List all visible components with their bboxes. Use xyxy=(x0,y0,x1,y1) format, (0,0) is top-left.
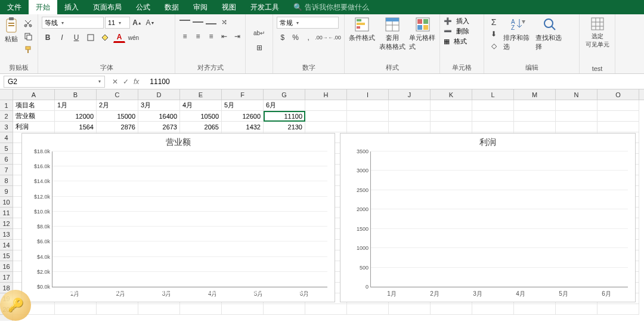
name-box[interactable]: G2 ▾ xyxy=(4,76,105,88)
row-header[interactable]: 14 xyxy=(0,240,13,250)
cell-styles-button[interactable]: 单元格样式 xyxy=(409,17,436,51)
format-as-table-button[interactable]: 套用 表格格式 xyxy=(379,17,405,51)
cell[interactable] xyxy=(472,122,514,132)
decrease-decimal-button[interactable]: ←.00 xyxy=(329,32,340,43)
chart-revenue[interactable]: 营业额 $0.0k$2.0k$4.0k$6.0k$8.0k$10.0k$12.0… xyxy=(21,133,335,302)
format-cells-button[interactable]: ▦ 格式 xyxy=(444,37,467,46)
autosum-button[interactable]: Σ xyxy=(488,17,500,27)
cell[interactable]: 3月 xyxy=(138,100,180,111)
font-family-select[interactable]: 等线▾ xyxy=(42,17,104,29)
fill-button[interactable]: ⬇ xyxy=(488,29,500,39)
row-header[interactable]: 4 xyxy=(0,132,13,143)
cell[interactable]: 15000 xyxy=(97,111,138,122)
align-top-button[interactable] xyxy=(179,17,191,27)
column-header[interactable]: D xyxy=(138,89,180,100)
column-header[interactable]: E xyxy=(180,89,222,100)
comma-button[interactable]: , xyxy=(302,32,314,43)
row-header[interactable]: 9 xyxy=(0,186,13,197)
italic-button[interactable]: I xyxy=(56,32,68,43)
cell[interactable] xyxy=(305,122,347,132)
currency-button[interactable]: $ xyxy=(277,32,289,43)
row-header[interactable]: 8 xyxy=(0,175,13,186)
cell[interactable]: 4月 xyxy=(180,100,222,111)
row-header[interactable]: 7 xyxy=(0,165,13,175)
cell[interactable] xyxy=(514,122,556,132)
cell[interactable]: 11100 xyxy=(264,111,305,122)
indent-inc-button[interactable]: ⇥ xyxy=(231,31,243,42)
align-bottom-button[interactable] xyxy=(205,17,217,27)
cell[interactable] xyxy=(305,100,347,111)
column-header[interactable]: G xyxy=(264,89,305,100)
find-select-button[interactable]: 查找和选择 xyxy=(535,17,564,51)
cell[interactable] xyxy=(597,100,639,111)
cell[interactable]: 1564 xyxy=(55,122,97,132)
number-format-select[interactable]: 常规▾ xyxy=(277,17,339,29)
indent-dec-button[interactable]: ⇤ xyxy=(218,31,230,42)
phonetic-button[interactable]: wén xyxy=(128,32,140,43)
cell[interactable] xyxy=(431,122,472,132)
menu-tab-7[interactable]: 视图 xyxy=(215,0,243,14)
cell[interactable] xyxy=(347,111,389,122)
chart-profit[interactable]: 利润 0500100015002000250030003500 1月2月3月4月… xyxy=(340,133,636,302)
cell[interactable]: 项目名 xyxy=(13,100,55,111)
cell[interactable]: 2876 xyxy=(97,122,138,132)
column-header[interactable]: H xyxy=(305,89,347,100)
column-header[interactable]: K xyxy=(431,89,472,100)
cell[interactable] xyxy=(55,304,97,315)
cell[interactable] xyxy=(347,122,389,132)
wrap-text-button[interactable]: ab↵ xyxy=(251,28,268,39)
cell[interactable] xyxy=(97,304,138,315)
cell[interactable]: 10500 xyxy=(180,111,222,122)
bold-button[interactable]: B xyxy=(42,32,54,43)
select-visible-button[interactable]: 选定 可见单元 xyxy=(583,17,611,49)
align-left-button[interactable]: ≡ xyxy=(179,31,191,42)
cell[interactable]: 利润 xyxy=(13,122,55,132)
align-center-button[interactable]: ≡ xyxy=(192,31,204,42)
cell[interactable] xyxy=(347,100,389,111)
menu-tab-8[interactable]: 开发工具 xyxy=(243,0,286,14)
menu-tab-1[interactable]: 开始 xyxy=(29,0,57,14)
merge-cells-button[interactable]: ⊞ xyxy=(251,42,268,53)
decrease-font-button[interactable]: A▼ xyxy=(144,17,156,28)
menu-tab-3[interactable]: 页面布局 xyxy=(86,0,129,14)
cell[interactable] xyxy=(389,100,431,111)
increase-decimal-button[interactable]: .00→ xyxy=(315,32,327,43)
cell[interactable]: 营业额 xyxy=(13,111,55,122)
row-header[interactable]: 5 xyxy=(0,143,13,154)
cell[interactable]: 1月 xyxy=(55,100,97,111)
cell[interactable] xyxy=(556,304,597,315)
cell[interactable] xyxy=(472,304,514,315)
cell[interactable]: 2130 xyxy=(264,122,305,132)
border-button[interactable] xyxy=(85,32,97,43)
row-header[interactable]: 16 xyxy=(0,261,13,272)
column-header[interactable]: I xyxy=(347,89,389,100)
orientation-button[interactable]: ⤭ xyxy=(218,17,230,27)
align-middle-button[interactable] xyxy=(192,17,204,27)
cell[interactable] xyxy=(180,304,222,315)
cell[interactable] xyxy=(431,111,472,122)
select-all-corner[interactable] xyxy=(0,89,13,100)
cell[interactable]: 2月 xyxy=(97,100,138,111)
cell[interactable] xyxy=(389,304,431,315)
underline-button[interactable]: U xyxy=(70,32,82,43)
cell[interactable] xyxy=(597,122,639,132)
cell[interactable] xyxy=(347,304,389,315)
cell[interactable] xyxy=(305,304,347,315)
menu-tab-5[interactable]: 数据 xyxy=(157,0,186,14)
cell[interactable] xyxy=(264,304,305,315)
row-header[interactable]: 13 xyxy=(0,229,13,240)
column-header[interactable]: O xyxy=(597,89,639,100)
cell[interactable] xyxy=(472,100,514,111)
cell[interactable] xyxy=(389,122,431,132)
percent-button[interactable]: % xyxy=(290,32,302,43)
cell[interactable] xyxy=(556,122,597,132)
delete-cells-button[interactable]: ➖ 删除 xyxy=(444,27,469,36)
row-header[interactable]: 2 xyxy=(0,111,13,122)
cell[interactable]: 16400 xyxy=(138,111,180,122)
font-color-button[interactable]: A xyxy=(113,32,125,43)
column-header[interactable]: L xyxy=(472,89,514,100)
cell[interactable] xyxy=(138,304,180,315)
row-header[interactable]: 17 xyxy=(0,272,13,283)
menu-tab-0[interactable]: 文件 xyxy=(0,0,29,14)
cell[interactable] xyxy=(305,111,347,122)
